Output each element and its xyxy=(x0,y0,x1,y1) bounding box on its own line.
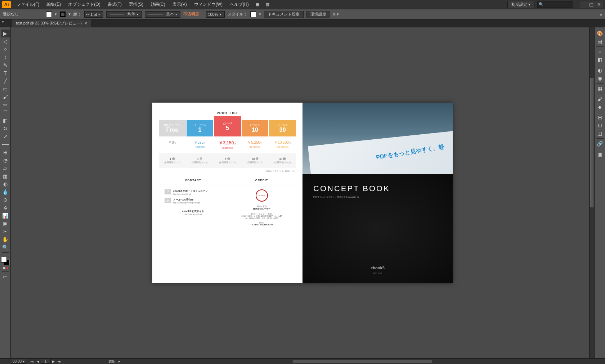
menu-file[interactable]: ファイル(F) xyxy=(15,1,41,8)
fill-swatch[interactable] xyxy=(46,12,52,17)
menu-window[interactable]: ウィンドウ(W) xyxy=(193,1,224,8)
artboards-panel-icon[interactable]: ▣ xyxy=(596,150,604,158)
stroke-weight-input[interactable]: ▴▾1 pt▾ xyxy=(84,11,103,18)
document-setup-button[interactable]: ドキュメント設定 xyxy=(264,11,304,18)
selection-tool[interactable]: ▶ xyxy=(1,30,10,37)
last-page-icon[interactable]: ⏭ xyxy=(56,360,62,363)
type-tool[interactable]: T xyxy=(1,69,10,77)
menu-select[interactable]: 選択(S) xyxy=(127,1,145,8)
page-number-input[interactable] xyxy=(41,359,51,364)
status-mode: 選択 xyxy=(108,359,116,364)
close-tab-icon[interactable]: × xyxy=(85,21,87,26)
direct-selection-tool[interactable]: ◁ xyxy=(1,37,10,45)
opacity-input[interactable]: 100%▾ xyxy=(206,11,224,18)
gradient-panel-icon[interactable]: ◧ xyxy=(596,56,604,64)
cover-title: CONCEPT BOOK xyxy=(313,184,442,193)
pathfinder-panel-icon[interactable]: ◫ xyxy=(596,129,604,137)
hand-tool[interactable]: ✋ xyxy=(1,235,10,243)
screen-mode-toggle[interactable]: ▭ xyxy=(1,273,10,281)
stroke-panel-icon[interactable]: ≡ xyxy=(596,48,604,56)
eraser-tool[interactable]: ◧ xyxy=(1,117,10,125)
line-tool[interactable]: ╱ xyxy=(1,77,10,85)
magic-wand-tool[interactable]: ✧ xyxy=(1,45,10,53)
zoom-value[interactable]: 33.33 ▾ xyxy=(11,359,26,364)
menu-effect[interactable]: 効果(C) xyxy=(149,1,167,8)
rectangle-tool[interactable]: ▭ xyxy=(1,85,10,93)
cover-subtitle: PDFをもっと見やすく、快適にするebook5とは xyxy=(313,196,442,199)
artboard-tool[interactable]: ▣ xyxy=(1,220,10,228)
canvas[interactable]: PRICE LIST 無料トライアルFree パーソナル1 ビジネス5 ビジネス… xyxy=(11,27,594,358)
brushes-panel-icon[interactable]: 🖌 xyxy=(596,95,604,103)
arrange-icon[interactable]: ▥ xyxy=(265,3,270,7)
lasso-tool[interactable]: ⌇ xyxy=(1,53,10,61)
layers-panel-icon[interactable]: ▦ xyxy=(596,85,604,93)
plan-10: ビジネス10 xyxy=(242,120,269,136)
stroke-profile-dropdown[interactable]: 均等▾ xyxy=(106,11,142,18)
shape-builder-tool[interactable]: ◔ xyxy=(1,156,10,164)
free-transform-tool[interactable]: ⊞ xyxy=(1,148,10,156)
symbols-panel-icon[interactable]: ♣ xyxy=(596,103,604,111)
maximize-button[interactable]: ▢ xyxy=(587,1,595,8)
layout-icon[interactable]: ▦ xyxy=(255,3,260,7)
books-5: 5 冊(公開可能ブック) xyxy=(214,157,241,164)
document-tab[interactable]: test.pdf @ 33.33% (RGB/プレビュー) × xyxy=(12,19,91,27)
opacity-label: 不透明度： xyxy=(183,12,203,17)
price-value-30: ￥10,500/月(105,000/年額) xyxy=(269,140,296,149)
rotate-tool[interactable]: ↻ xyxy=(1,125,10,132)
workspace-selector[interactable]: 初期設定 ▾ xyxy=(507,1,534,8)
menu-help[interactable]: ヘルプ(H) xyxy=(228,1,250,8)
eyedropper-tool[interactable]: 💧 xyxy=(1,188,10,196)
gradient-tool[interactable]: ◐ xyxy=(1,180,10,188)
paintbrush-tool[interactable]: 🖌 xyxy=(1,93,10,101)
mesh-tool[interactable]: ▦ xyxy=(1,172,10,180)
preferences-button[interactable]: 環境設定 xyxy=(306,11,330,18)
perspective-tool[interactable]: ▱ xyxy=(1,164,10,172)
transparency-panel-icon[interactable]: ◐ xyxy=(596,66,604,74)
align-panel-icon[interactable]: ⊟ xyxy=(596,113,604,121)
color-controls[interactable] xyxy=(1,257,10,265)
horizontal-scrollbar[interactable] xyxy=(130,359,594,364)
prev-page-icon[interactable]: ◀ xyxy=(35,360,41,363)
panel-menu-icon[interactable]: ≡ xyxy=(600,12,602,17)
first-page-icon[interactable]: ⏮ xyxy=(29,360,35,363)
menu-object[interactable]: オブジェクト(O) xyxy=(67,1,102,8)
app-logo: Ai xyxy=(2,1,11,8)
color-panel-icon[interactable]: 🎨 xyxy=(596,30,604,37)
books-1: 1 冊(公開可能ブック) xyxy=(187,157,214,164)
color-mode-toggle[interactable]: ◼◢ xyxy=(1,265,10,270)
contact-mail: ✉ メールでお問合せhttp://sv.winprogs/.new.jp/for… xyxy=(159,198,228,204)
pen-tool[interactable]: ✎ xyxy=(1,61,10,69)
price-value-free: ￥0/月 xyxy=(159,140,186,149)
menu-view[interactable]: 表示(V) xyxy=(171,1,188,8)
brush-dropdown[interactable]: 基本▾ xyxy=(145,11,180,18)
panel-toggle-icon[interactable] xyxy=(1,21,4,23)
status-bar: 33.33 ▾ ⏮ ◀ ▶ ⏭ 選択 ▸ xyxy=(0,358,605,364)
style-swatch[interactable] xyxy=(250,12,256,17)
scale-tool[interactable]: ⤢ xyxy=(1,132,10,140)
menu-type[interactable]: 書式(T) xyxy=(106,1,123,8)
links-panel-icon[interactable]: 🔗 xyxy=(596,140,604,148)
credit-publisher: [発行]HEARST FUJINGAHO xyxy=(228,221,296,226)
contact-community: ? ebook5 サポートコミュニティhttp://com.ebook5.net… xyxy=(159,189,228,195)
blob-brush-tool[interactable]: ⌒ xyxy=(1,109,10,117)
align-icon[interactable]: ⊪▾ xyxy=(333,12,339,17)
blend-tool[interactable]: ⊙ xyxy=(1,196,10,204)
width-tool[interactable]: ⟷ xyxy=(1,140,10,148)
minimize-button[interactable]: — xyxy=(579,1,587,8)
price-note: ※詳細は公式サイトでご確認ください xyxy=(159,170,296,172)
close-button[interactable]: ✕ xyxy=(595,1,603,8)
slice-tool[interactable]: ✂ xyxy=(1,228,10,235)
tool-panel: ▶ ◁ ✧ ⌇ ✎ T ╱ ▭ 🖌 ✏ ⌒ ◧ ↻ ⤢ ⟷ ⊞ ◔ ▱ ▦ ◐ … xyxy=(0,27,11,358)
zoom-tool[interactable]: 🔍 xyxy=(1,243,10,251)
artboard-navigator[interactable]: ⏮ ◀ ▶ ⏭ xyxy=(29,359,62,364)
vertical-scrollbar[interactable] xyxy=(589,27,594,358)
appearance-panel-icon[interactable]: ◉ xyxy=(596,74,604,82)
pencil-tool[interactable]: ✏ xyxy=(1,101,10,109)
menu-edit[interactable]: 編集(E) xyxy=(45,1,62,8)
symbol-sprayer-tool[interactable]: ✲ xyxy=(1,204,10,212)
stroke-swatch[interactable]: ▾ xyxy=(68,12,71,17)
next-page-icon[interactable]: ▶ xyxy=(51,360,56,363)
swatches-panel-icon[interactable]: ▤ xyxy=(596,37,604,45)
transform-panel-icon[interactable]: ⊡ xyxy=(596,121,604,129)
graph-tool[interactable]: 📊 xyxy=(1,212,10,220)
